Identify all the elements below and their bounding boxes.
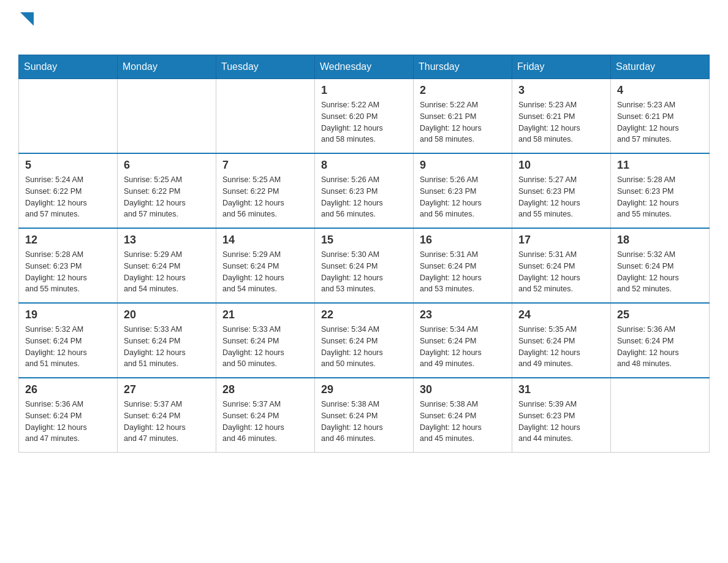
day-info: Sunrise: 5:29 AMSunset: 6:24 PMDaylight:… xyxy=(124,249,210,295)
calendar: SundayMondayTuesdayWednesdayThursdayFrid… xyxy=(18,55,710,453)
day-info: Sunrise: 5:34 AMSunset: 6:24 PMDaylight:… xyxy=(420,324,506,370)
day-number: 19 xyxy=(25,308,111,321)
calendar-cell: 25Sunrise: 5:36 AMSunset: 6:24 PMDayligh… xyxy=(611,303,710,378)
day-number: 31 xyxy=(518,383,604,396)
day-number: 7 xyxy=(222,159,308,172)
day-header-saturday: Saturday xyxy=(611,55,710,79)
day-number: 14 xyxy=(222,234,308,247)
calendar-cell: 9Sunrise: 5:26 AMSunset: 6:23 PMDaylight… xyxy=(414,153,512,228)
week-row-1: 1Sunrise: 5:22 AMSunset: 6:20 PMDaylight… xyxy=(19,79,710,154)
day-info: Sunrise: 5:33 AMSunset: 6:24 PMDaylight:… xyxy=(222,324,308,370)
day-info: Sunrise: 5:25 AMSunset: 6:22 PMDaylight:… xyxy=(222,174,308,220)
day-header-tuesday: Tuesday xyxy=(216,55,315,79)
day-number: 27 xyxy=(124,383,210,396)
calendar-cell: 23Sunrise: 5:34 AMSunset: 6:24 PMDayligh… xyxy=(414,303,512,378)
calendar-cell xyxy=(216,79,315,154)
logo-icon xyxy=(20,12,34,26)
calendar-cell: 2Sunrise: 5:22 AMSunset: 6:21 PMDaylight… xyxy=(414,79,512,154)
day-info: Sunrise: 5:37 AMSunset: 6:24 PMDaylight:… xyxy=(222,399,308,445)
calendar-cell: 15Sunrise: 5:30 AMSunset: 6:24 PMDayligh… xyxy=(315,228,414,303)
calendar-cell: 3Sunrise: 5:23 AMSunset: 6:21 PMDaylight… xyxy=(512,79,611,154)
calendar-cell: 18Sunrise: 5:32 AMSunset: 6:24 PMDayligh… xyxy=(611,228,710,303)
day-info: Sunrise: 5:35 AMSunset: 6:24 PMDaylight:… xyxy=(518,324,604,370)
day-header-sunday: Sunday xyxy=(19,55,118,79)
day-number: 22 xyxy=(321,308,407,321)
calendar-cell: 24Sunrise: 5:35 AMSunset: 6:24 PMDayligh… xyxy=(512,303,611,378)
calendar-cell: 4Sunrise: 5:23 AMSunset: 6:21 PMDaylight… xyxy=(611,79,710,154)
calendar-cell xyxy=(19,79,118,154)
day-info: Sunrise: 5:24 AMSunset: 6:22 PMDaylight:… xyxy=(25,174,111,220)
day-number: 2 xyxy=(420,84,506,97)
day-number: 25 xyxy=(617,308,703,321)
day-number: 17 xyxy=(518,234,604,247)
day-info: Sunrise: 5:26 AMSunset: 6:23 PMDaylight:… xyxy=(420,174,506,220)
calendar-cell: 7Sunrise: 5:25 AMSunset: 6:22 PMDaylight… xyxy=(216,153,315,228)
day-info: Sunrise: 5:25 AMSunset: 6:22 PMDaylight:… xyxy=(124,174,210,220)
day-info: Sunrise: 5:28 AMSunset: 6:23 PMDaylight:… xyxy=(617,174,703,220)
week-row-3: 12Sunrise: 5:28 AMSunset: 6:23 PMDayligh… xyxy=(19,228,710,303)
calendar-cell: 12Sunrise: 5:28 AMSunset: 6:23 PMDayligh… xyxy=(19,228,118,303)
calendar-cell: 22Sunrise: 5:34 AMSunset: 6:24 PMDayligh… xyxy=(315,303,414,378)
day-info: Sunrise: 5:32 AMSunset: 6:24 PMDaylight:… xyxy=(617,249,703,295)
day-info: Sunrise: 5:38 AMSunset: 6:24 PMDaylight:… xyxy=(420,399,506,445)
week-row-4: 19Sunrise: 5:32 AMSunset: 6:24 PMDayligh… xyxy=(19,303,710,378)
svg-marker-0 xyxy=(20,12,34,26)
day-header-wednesday: Wednesday xyxy=(315,55,414,79)
day-header-thursday: Thursday xyxy=(414,55,512,79)
calendar-cell: 30Sunrise: 5:38 AMSunset: 6:24 PMDayligh… xyxy=(414,378,512,453)
day-info: Sunrise: 5:38 AMSunset: 6:24 PMDaylight:… xyxy=(321,399,407,445)
calendar-cell: 13Sunrise: 5:29 AMSunset: 6:24 PMDayligh… xyxy=(118,228,216,303)
calendar-cell xyxy=(611,378,710,453)
calendar-cell: 10Sunrise: 5:27 AMSunset: 6:23 PMDayligh… xyxy=(512,153,611,228)
calendar-cell: 28Sunrise: 5:37 AMSunset: 6:24 PMDayligh… xyxy=(216,378,315,453)
calendar-cell: 21Sunrise: 5:33 AMSunset: 6:24 PMDayligh… xyxy=(216,303,315,378)
day-info: Sunrise: 5:22 AMSunset: 6:21 PMDaylight:… xyxy=(420,99,506,145)
day-number: 12 xyxy=(25,234,111,247)
day-info: Sunrise: 5:39 AMSunset: 6:23 PMDaylight:… xyxy=(518,399,604,445)
day-header-friday: Friday xyxy=(512,55,611,79)
day-info: Sunrise: 5:27 AMSunset: 6:23 PMDaylight:… xyxy=(518,174,604,220)
day-number: 6 xyxy=(124,159,210,172)
day-number: 5 xyxy=(25,159,111,172)
day-number: 3 xyxy=(518,84,604,97)
calendar-cell: 19Sunrise: 5:32 AMSunset: 6:24 PMDayligh… xyxy=(19,303,118,378)
day-number: 9 xyxy=(420,159,506,172)
calendar-cell: 26Sunrise: 5:36 AMSunset: 6:24 PMDayligh… xyxy=(19,378,118,453)
calendar-cell: 1Sunrise: 5:22 AMSunset: 6:20 PMDaylight… xyxy=(315,79,414,154)
day-info: Sunrise: 5:26 AMSunset: 6:23 PMDaylight:… xyxy=(321,174,407,220)
day-number: 10 xyxy=(518,159,604,172)
day-info: Sunrise: 5:36 AMSunset: 6:24 PMDaylight:… xyxy=(617,324,703,370)
day-info: Sunrise: 5:29 AMSunset: 6:24 PMDaylight:… xyxy=(222,249,308,295)
logo xyxy=(18,12,34,45)
calendar-cell: 5Sunrise: 5:24 AMSunset: 6:22 PMDaylight… xyxy=(19,153,118,228)
day-number: 8 xyxy=(321,159,407,172)
day-number: 16 xyxy=(420,234,506,247)
calendar-cell: 16Sunrise: 5:31 AMSunset: 6:24 PMDayligh… xyxy=(414,228,512,303)
day-info: Sunrise: 5:37 AMSunset: 6:24 PMDaylight:… xyxy=(124,399,210,445)
calendar-cell xyxy=(118,79,216,154)
day-number: 20 xyxy=(124,308,210,321)
calendar-cell: 11Sunrise: 5:28 AMSunset: 6:23 PMDayligh… xyxy=(611,153,710,228)
day-info: Sunrise: 5:23 AMSunset: 6:21 PMDaylight:… xyxy=(617,99,703,145)
day-info: Sunrise: 5:33 AMSunset: 6:24 PMDaylight:… xyxy=(124,324,210,370)
day-number: 29 xyxy=(321,383,407,396)
day-number: 30 xyxy=(420,383,506,396)
day-info: Sunrise: 5:31 AMSunset: 6:24 PMDaylight:… xyxy=(518,249,604,295)
day-number: 24 xyxy=(518,308,604,321)
calendar-cell: 31Sunrise: 5:39 AMSunset: 6:23 PMDayligh… xyxy=(512,378,611,453)
calendar-cell: 17Sunrise: 5:31 AMSunset: 6:24 PMDayligh… xyxy=(512,228,611,303)
day-number: 21 xyxy=(222,308,308,321)
day-header-monday: Monday xyxy=(118,55,216,79)
day-number: 11 xyxy=(617,159,703,172)
page-header xyxy=(18,12,710,45)
calendar-cell: 8Sunrise: 5:26 AMSunset: 6:23 PMDaylight… xyxy=(315,153,414,228)
day-info: Sunrise: 5:22 AMSunset: 6:20 PMDaylight:… xyxy=(321,99,407,145)
day-number: 26 xyxy=(25,383,111,396)
calendar-cell: 6Sunrise: 5:25 AMSunset: 6:22 PMDaylight… xyxy=(118,153,216,228)
day-info: Sunrise: 5:23 AMSunset: 6:21 PMDaylight:… xyxy=(518,99,604,145)
day-number: 18 xyxy=(617,234,703,247)
day-number: 28 xyxy=(222,383,308,396)
logo-text xyxy=(18,12,34,26)
day-number: 13 xyxy=(124,234,210,247)
calendar-cell: 20Sunrise: 5:33 AMSunset: 6:24 PMDayligh… xyxy=(118,303,216,378)
